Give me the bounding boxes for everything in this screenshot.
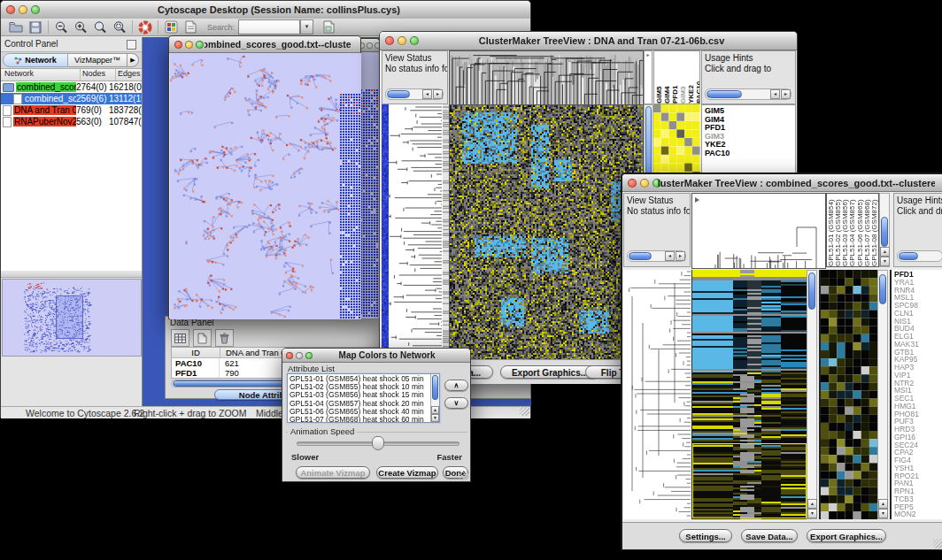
minimize-icon[interactable]: [296, 352, 303, 359]
treeview2-title-bar[interactable]: ClusterMaker TreeView : combined_scores_…: [622, 174, 942, 192]
import-table-icon[interactable]: [319, 19, 338, 35]
delete-attribute-icon[interactable]: [215, 329, 234, 347]
scroll-up-icon[interactable]: ▴: [431, 406, 439, 414]
search-input[interactable]: [238, 19, 300, 35]
attribute-list-scrollbar[interactable]: ▴ ▾: [430, 374, 439, 422]
network-view-title-bar[interactable]: combined_scores_good.txt--cluste...: [169, 36, 360, 53]
panel-divider[interactable]: [1, 271, 142, 278]
tv2-status-scrollbar[interactable]: ◂ ▸: [627, 250, 686, 262]
tv1-usage-hints-title: Usage Hints: [705, 53, 795, 64]
minimize-icon[interactable]: [19, 5, 27, 14]
zoom-window-icon[interactable]: [196, 41, 204, 49]
tv2-hints-scrollbar[interactable]: [897, 250, 942, 262]
scroll-down-icon[interactable]: ▾: [807, 509, 817, 518]
network-list: combined_scores2764(0)16218(0)combined_s…: [1, 81, 142, 271]
main-title-bar[interactable]: Cytoscape Desktop (Session Name: collins…: [1, 1, 530, 19]
tv1-usage-hints-panel: Usage Hints Click and drag to ◂ ▸: [701, 50, 796, 104]
tv1-hints-scrollbar[interactable]: ◂ ▸: [705, 88, 791, 100]
zoom-out-icon[interactable]: [51, 19, 71, 35]
network-overview-canvas[interactable]: [2, 279, 142, 357]
tv1-row-dendrogram-canvas[interactable]: [389, 104, 449, 359]
tv2-zoom-heatmap-canvas[interactable]: [819, 270, 877, 519]
scroll-up-icon[interactable]: ▴: [807, 499, 817, 509]
settings-button[interactable]: Settings...: [679, 529, 732, 542]
scroll-left-icon[interactable]: ◂: [422, 89, 432, 99]
annotation-icon[interactable]: [181, 19, 200, 35]
save-icon[interactable]: [26, 19, 45, 35]
minimize-icon[interactable]: [185, 41, 193, 49]
minimize-icon[interactable]: [367, 42, 373, 49]
zoom-in-icon[interactable]: [71, 19, 90, 35]
scroll-up-icon[interactable]: ▴: [880, 247, 890, 257]
create-vizmap-button[interactable]: Create Vizmap: [376, 466, 438, 479]
tv2-button-bar: Settings... Save Data... Export Graphics…: [622, 522, 942, 549]
tv2-view-status-panel: View Status No status info for ◂ ▸: [623, 193, 691, 267]
scroll-left-icon[interactable]: ◂: [665, 251, 675, 261]
zoom-fit-icon[interactable]: [110, 19, 129, 35]
tv1-column-dendrogram-canvas[interactable]: [449, 50, 644, 106]
scroll-up-icon[interactable]: ▴: [878, 499, 888, 509]
tv1-view-status-title: View Status: [385, 53, 447, 64]
control-panel: Control Panel Network VizMapper™ ▶ Netwo…: [1, 37, 143, 406]
select-attributes-icon[interactable]: [171, 329, 189, 347]
resize-grip[interactable]: [459, 471, 469, 480]
speed-slider-thumb[interactable]: [372, 436, 384, 450]
scroll-right-icon[interactable]: ▸: [433, 89, 443, 99]
tv1-status-scrollbar[interactable]: ◂ ▸: [385, 88, 444, 100]
treeview1-title-bar[interactable]: ClusterMaker TreeView : DNA and Tran 07-…: [380, 32, 797, 50]
zoom-window-icon[interactable]: [305, 352, 313, 359]
network-list-item[interactable]: DNA and Tran 07769(0)183728(0): [1, 104, 142, 116]
tv1-heatmap-canvas[interactable]: [449, 104, 644, 361]
tv2-labels-scrollbar[interactable]: ▴ ▾: [879, 193, 890, 267]
tab-network[interactable]: Network: [3, 53, 68, 67]
open-icon[interactable]: [6, 19, 26, 35]
close-icon[interactable]: [385, 36, 394, 45]
zoom-selected-icon[interactable]: [90, 19, 110, 35]
gene-label[interactable]: MON2: [894, 510, 942, 518]
scroll-right-icon[interactable]: ▸: [676, 251, 685, 261]
scroll-left-icon[interactable]: ◂: [770, 89, 780, 99]
minimize-icon[interactable]: [398, 36, 406, 45]
tv2-usage-hints-text: Click and drag to: [897, 206, 942, 217]
move-down-button[interactable]: ∨: [444, 397, 468, 409]
attribute-list-item[interactable]: GPL51-07 (GSM868) heat shock 60 min: [290, 416, 439, 423]
export-graphics-button[interactable]: Export Graphics...: [807, 529, 886, 542]
tab-vizmapper[interactable]: VizMapper™: [68, 53, 127, 67]
tv2-zoom-scrollbar[interactable]: ▴ ▾: [877, 270, 888, 519]
dialog-title-bar[interactable]: Map Colors to Network: [282, 349, 470, 363]
new-attribute-icon[interactable]: [193, 329, 212, 347]
close-icon[interactable]: [628, 179, 637, 188]
search-dropdown-icon[interactable]: ▾: [300, 19, 313, 35]
network-list-item[interactable]: combined_sco2569(6)13112(15): [1, 93, 142, 104]
tv1-view-status-text: No status info for: [385, 64, 447, 74]
tv2-vscrollbar[interactable]: ▴ ▾: [807, 270, 817, 519]
attribute-listbox[interactable]: GPL51-01 (GSM854) heat shock 05 minGPL51…: [287, 373, 440, 423]
tab-overflow-button[interactable]: ▶: [127, 53, 139, 67]
move-up-button[interactable]: ∧: [444, 380, 468, 391]
network-list-item[interactable]: combined_scores2764(0)16218(0): [1, 81, 142, 93]
tv2-column-dendrogram-canvas[interactable]: [691, 193, 826, 269]
resize-grip[interactable]: [520, 406, 529, 416]
gene-label[interactable]: PAC10: [705, 150, 795, 158]
network-list-item[interactable]: RNAPuberNov2+563(0)107847(0): [1, 116, 142, 127]
tv1-column-label: YKE2: [688, 51, 695, 104]
minimize-icon[interactable]: [640, 179, 649, 188]
animate-vizmap-button[interactable]: Animate Vizmap: [296, 466, 370, 479]
float-panel-icon[interactable]: [127, 40, 136, 50]
scroll-down-icon[interactable]: ▾: [431, 414, 439, 422]
resize-grip[interactable]: [933, 539, 942, 548]
close-icon[interactable]: [286, 352, 293, 359]
help-lifesaver-icon[interactable]: [135, 19, 155, 35]
vizmapper-icon[interactable]: [161, 19, 181, 35]
network-name: RNAPuberNov2+: [13, 117, 76, 127]
scroll-down-icon[interactable]: ▾: [880, 257, 890, 266]
network-view-canvas[interactable]: [170, 53, 361, 319]
close-icon[interactable]: [174, 41, 182, 49]
tv1-zoom-heatmap-canvas[interactable]: [653, 104, 700, 180]
scroll-right-icon[interactable]: ▸: [781, 89, 791, 99]
scroll-down-icon[interactable]: ▾: [878, 509, 888, 518]
tv2-row-dendrogram-canvas[interactable]: [623, 270, 691, 519]
close-icon[interactable]: [6, 5, 15, 14]
save-data-button[interactable]: Save Data...: [741, 529, 798, 542]
tv2-heatmap-canvas[interactable]: [691, 270, 807, 519]
